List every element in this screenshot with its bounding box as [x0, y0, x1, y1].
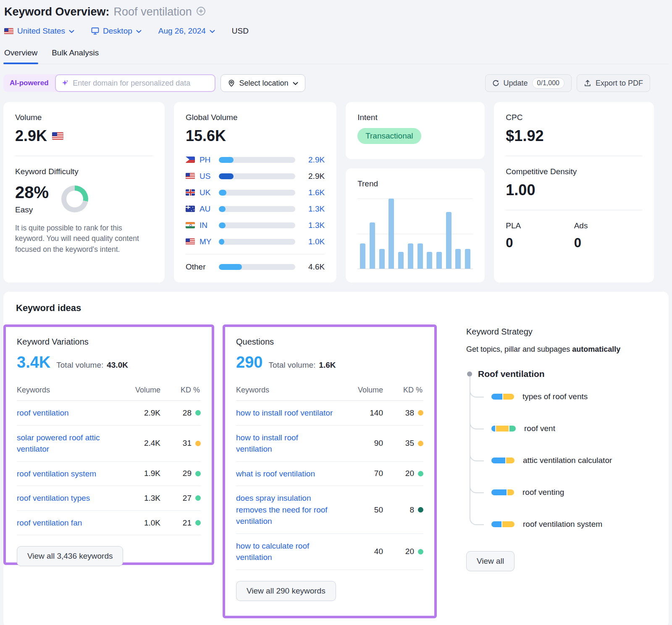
keyword-link[interactable]: solar powered roof attic ventilator	[17, 432, 118, 455]
tab-bulk-analysis[interactable]: Bulk Analysis	[52, 48, 99, 58]
pill-segment	[496, 426, 509, 431]
keyword-link[interactable]: roof ventilation fan	[17, 517, 118, 529]
update-button[interactable]: Update 0/1,000	[485, 74, 572, 92]
device-dropdown[interactable]: Desktop	[91, 26, 142, 36]
country-dropdown[interactable]: United States	[4, 26, 74, 36]
domain-input[interactable]	[73, 79, 208, 88]
global-volume-row: Other4.6K	[186, 259, 325, 275]
pill-segment	[491, 458, 505, 463]
volume-bar-track	[219, 157, 295, 163]
kd-dot-icon	[418, 507, 423, 513]
trend-bar	[465, 249, 470, 269]
chevron-down-icon	[210, 30, 215, 33]
metric-cards: Volume 2.9K Keyword Difficulty 28% Easy …	[3, 102, 654, 282]
select-location-label: Select location	[239, 79, 289, 88]
strategy-item-label: roof venting	[522, 488, 564, 497]
domain-input-wrap	[55, 74, 215, 92]
keyword-link[interactable]: roof ventilation types	[17, 492, 118, 504]
sparkle-icon	[62, 79, 69, 87]
divider	[506, 210, 642, 210]
country-volume: 1.6K	[300, 188, 325, 197]
view-all-variations-button[interactable]: View all 3,436 keywords	[17, 546, 123, 566]
global-volume-row: AU1.3K	[186, 201, 325, 217]
keyword-volume: 2.9K	[118, 408, 160, 418]
divider	[186, 254, 325, 254]
trend-bar	[427, 252, 432, 269]
view-all-strategy-button[interactable]: View all	[466, 551, 514, 571]
volume-bar-fill	[219, 157, 234, 163]
view-all-questions-button[interactable]: View all 290 keywords	[236, 581, 336, 601]
kd-dot-icon	[195, 471, 201, 476]
keyword-link[interactable]: roof ventilation	[17, 407, 118, 419]
kd-dot-icon	[418, 471, 423, 476]
keyword-link[interactable]: how to install roof ventilation	[236, 432, 341, 455]
add-keyword-icon[interactable]	[196, 5, 206, 19]
axis-line	[357, 269, 473, 269]
keyword-link[interactable]: does spray insulation removes the need f…	[236, 492, 341, 527]
strategy-item[interactable]: types of roof vents	[470, 381, 664, 413]
strategy-item[interactable]: roof venting	[470, 476, 664, 508]
export-icon	[584, 79, 591, 87]
global-volume-row: US2.9K	[186, 168, 325, 184]
keyword-link[interactable]: what is roof ventilation	[236, 468, 341, 480]
select-location-dropdown[interactable]: Select location	[220, 74, 305, 92]
trend-chart	[357, 199, 473, 269]
kd-gauge	[61, 186, 88, 212]
keyword-kd: 29	[160, 469, 201, 478]
strategy-item[interactable]: attic ventilation calculator	[470, 445, 664, 476]
kd-value: 28%	[15, 183, 49, 202]
kd-dot-icon	[418, 441, 423, 446]
table-row: roof ventilation2.9K28	[17, 401, 201, 426]
kd-label: Keyword Difficulty	[15, 167, 153, 176]
strategy-item[interactable]: roof vent	[470, 413, 664, 445]
pill-segment	[507, 489, 514, 495]
kd-dot-icon	[418, 410, 423, 416]
root-dot-icon	[467, 371, 472, 377]
update-label: Update	[504, 79, 528, 88]
country-code: AU	[200, 204, 218, 214]
keyword-volume: 1.3K	[118, 494, 160, 503]
intent-badge[interactable]: Transactional	[357, 128, 421, 144]
chevron-down-icon	[136, 30, 142, 33]
pill-segment	[509, 426, 516, 431]
variations-count: 3.4K	[17, 353, 50, 371]
export-pdf-button[interactable]: Export to PDF	[577, 74, 650, 92]
country-volume: 1.3K	[300, 204, 325, 214]
pill-segment	[502, 521, 514, 527]
keyword-volume: 70	[341, 469, 383, 478]
country-volume: 1.3K	[300, 221, 325, 230]
my-flag-icon	[186, 238, 195, 245]
keyword-link[interactable]: roof ventilation system	[17, 468, 118, 480]
table-header: Keywords Volume KD %	[17, 386, 201, 401]
strategy-item-label: types of roof vents	[522, 392, 588, 401]
questions-panel: Questions 290 Total volume: 1.6K Keyword…	[223, 324, 437, 618]
page-title: Keyword Overview: Roof ventilation	[3, 5, 669, 19]
column-kd: KD %	[383, 386, 423, 395]
date-label: Aug 26, 2024	[158, 26, 206, 36]
country-code: PH	[200, 155, 218, 165]
date-dropdown[interactable]: Aug 26, 2024	[158, 26, 215, 36]
filters-bar: United States Desktop Aug 26, 2024 USD	[3, 26, 669, 36]
pla-value: 0	[506, 235, 574, 251]
strategy-item-label: attic ventilation calculator	[523, 456, 612, 465]
topic-pill-icon	[491, 458, 514, 463]
intent-card: Intent Transactional	[346, 102, 485, 159]
global-volume-row: PH2.9K	[186, 152, 325, 168]
keyword-link[interactable]: how to install roof ventilator	[236, 407, 341, 419]
variations-count-row: 3.4K Total volume: 43.0K	[17, 353, 201, 371]
keyword-kd: 20	[383, 547, 423, 556]
topic-pill-icon	[491, 394, 514, 400]
strategy-item[interactable]: roof ventilation system	[470, 508, 664, 540]
volume-label: Volume	[15, 113, 153, 122]
global-volume-rows: PH2.9KUS2.9KUK1.6KAU1.3KIN1.3KMY1.0KOthe…	[186, 152, 325, 275]
pill-segment	[491, 426, 495, 431]
keyword-link[interactable]: how to calculate roof ventilation	[236, 540, 341, 563]
refresh-icon	[492, 80, 499, 87]
kd-dot-icon	[195, 520, 201, 526]
volume-bar-fill	[219, 206, 226, 212]
trend-bar	[436, 252, 442, 269]
tab-overview[interactable]: Overview	[4, 48, 37, 58]
location-pin-icon	[228, 79, 235, 87]
trend-bar	[455, 249, 461, 269]
country-code: IN	[200, 221, 218, 230]
